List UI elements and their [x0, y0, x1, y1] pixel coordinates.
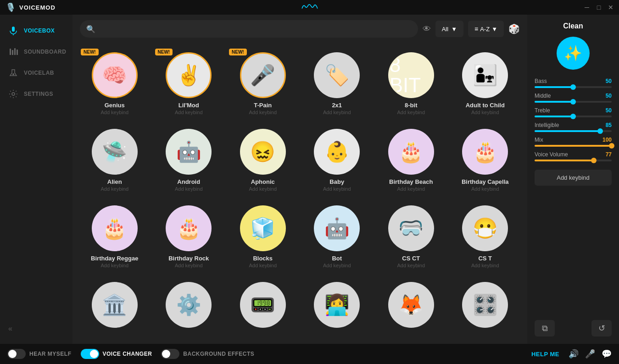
voice-name: Birthday Beach [389, 178, 433, 185]
voice-keybind: Add keybind [397, 110, 425, 115]
slider-label-voice-volume: Voice Volume [535, 151, 568, 158]
close-button[interactable]: ✕ [608, 5, 613, 10]
voice-name: 2x1 [332, 102, 342, 109]
sidebar-voicebox-label: VOICEBOX [24, 28, 55, 34]
voice-card-bot[interactable]: 🤖 Bot Add keybind [302, 201, 372, 273]
sidebar-item-voicebox[interactable]: VOICEBOX [0, 20, 72, 41]
voice-card-blocks[interactable]: 🧊 Blocks Add keybind [228, 201, 298, 273]
voice-card-r1[interactable]: 🏛️ [80, 277, 150, 332]
voice-card-baby[interactable]: 👶 Baby Add keybind [302, 124, 372, 196]
voice-keybind: Add keybind [471, 110, 499, 115]
copy-icon: ⧉ [542, 324, 548, 333]
voice-card-tpain[interactable]: NEW! 🎤 T-Pain Add keybind [228, 48, 298, 120]
voice-card-birthday-reggae[interactable]: 🎂 Birthday Reggae Add keybind [80, 201, 150, 273]
svg-point-7 [12, 93, 15, 95]
search-input[interactable] [99, 25, 412, 33]
reset-button[interactable]: ↺ [591, 320, 612, 336]
search-input-wrap[interactable]: 🔍 [80, 20, 418, 38]
new-badge: NEW! [155, 49, 173, 55]
sort-az-button[interactable]: ≡ A-Z ▼ [468, 21, 504, 37]
voice-card-8bit[interactable]: 8 BIT 8-bit Add keybind [376, 48, 446, 120]
svg-point-6 [12, 73, 14, 75]
svg-rect-0 [12, 27, 15, 32]
voice-name: Bot [332, 255, 342, 262]
slider-label-intelligible: Intelligible [535, 122, 559, 128]
slider-fill-mix [535, 145, 612, 147]
new-badge: NEW! [229, 49, 247, 55]
bottom-icons: 🔊 🎤 💬 [569, 349, 612, 359]
voice-card-aphonic[interactable]: 😖 Aphonic Add keybind [228, 124, 298, 196]
visibility-toggle-icon[interactable]: 👁 [423, 24, 431, 34]
voice-keybind: Add keybind [471, 186, 499, 192]
voice-card-birthday-capella[interactable]: 🎂 Birthday Capella Add keybind [451, 124, 520, 196]
slider-bass: Bass 50 [535, 78, 612, 88]
voice-card-r5[interactable]: 🦊 [376, 277, 446, 332]
filter-settings-icon[interactable]: 🎲 [508, 23, 520, 34]
hear-myself-toggle[interactable] [7, 349, 26, 359]
copy-button[interactable]: ⧉ [535, 320, 555, 336]
voice-card-2x1[interactable]: 🏷️ 2x1 Add keybind [302, 48, 372, 120]
volume-icon[interactable]: 🔊 [569, 349, 579, 359]
add-keybind-button[interactable]: Add keybind [535, 170, 612, 186]
voice-card-cst[interactable]: 😷 CS T Add keybind [451, 201, 520, 273]
maximize-button[interactable]: □ [596, 5, 602, 10]
slider-track-bass [535, 86, 612, 88]
voice-keybind: Add keybind [100, 186, 128, 192]
mic-icon [8, 26, 18, 36]
voice-card-alien[interactable]: 🛸 Alien Add keybind [80, 124, 150, 196]
slider-val-bass: 50 [606, 78, 612, 84]
sidebar: VOICEBOX SOUNDBOARD VOICELAB [0, 15, 72, 344]
sidebar-soundboard-label: SOUNDBOARD [24, 49, 66, 55]
voice-card-birthday-beach[interactable]: 🎂 Birthday Beach Add keybind [376, 124, 446, 196]
voice-circle: 🧠 [92, 52, 138, 98]
voice-card-r4[interactable]: 👩‍💻 [302, 277, 372, 332]
sidebar-item-soundboard[interactable]: SOUNDBOARD [0, 41, 72, 62]
voice-card-android[interactable]: 🤖 Android Add keybind [154, 124, 224, 196]
voice-name: T-Pain [254, 102, 272, 109]
voice-changer-toggle[interactable] [81, 349, 99, 359]
voice-changer-toggle-wrap: VOICE CHANGER [81, 349, 152, 359]
voice-keybind: Add keybind [249, 263, 277, 268]
voice-card-genius[interactable]: NEW! 🧠 Genius Add keybind [80, 48, 150, 120]
voice-keybind: Add keybind [323, 110, 351, 115]
slider-val-mix: 100 [602, 137, 612, 143]
chat-icon[interactable]: 💬 [602, 349, 612, 359]
voice-card-lilmod[interactable]: NEW! ✌️ Lil'Mod Add keybind [154, 48, 224, 120]
voice-name: Birthday Capella [462, 178, 509, 185]
voice-card-adult-to-child[interactable]: 👨‍👧 Adult to Child Add keybind [451, 48, 520, 120]
svg-rect-2 [10, 49, 11, 55]
voice-name: Birthday Rock [168, 255, 209, 262]
voice-circle: 🎛️ [462, 282, 508, 328]
background-effects-knob [162, 350, 170, 358]
content-area: 🔍 👁 All ▼ ≡ A-Z ▼ 🎲 NEW! 🧠 Genius Add ke… [72, 15, 527, 344]
voice-card-r2[interactable]: ⚙️ [154, 277, 224, 332]
voice-card-r6[interactable]: 🎛️ [451, 277, 520, 332]
slider-fill-intelligible [535, 130, 600, 132]
slider-fill-treble [535, 116, 573, 117]
voice-circle: 🏛️ [92, 282, 138, 328]
voice-circle: 8 BIT [388, 52, 434, 98]
slider-thumb-voice-volume [591, 158, 597, 163]
help-button[interactable]: HELP ME [531, 351, 559, 358]
voice-card-r3[interactable]: 📟 [228, 277, 298, 332]
filter-all-label: All [442, 26, 448, 33]
panel-title: Clean [535, 22, 612, 30]
voice-card-csct[interactable]: 🥽 CS CT Add keybind [376, 201, 446, 273]
sidebar-voicelab-label: VOICELAB [24, 70, 54, 76]
voice-circle: 🎂 [166, 205, 212, 251]
slider-thumb-intelligible [597, 128, 603, 134]
slider-mix: Mix 100 [535, 137, 612, 147]
filter-all-button[interactable]: All ▼ [435, 21, 463, 37]
background-effects-toggle[interactable] [161, 349, 179, 359]
minimize-button[interactable]: ─ [584, 5, 590, 10]
sidebar-collapse-button[interactable]: « [0, 319, 72, 338]
slider-label-bass: Bass [535, 78, 547, 84]
sidebar-item-voicelab[interactable]: VOICELAB [0, 62, 72, 83]
voice-card-birthday-rock[interactable]: 🎂 Birthday Rock Add keybind [154, 201, 224, 273]
voice-circle: 🤖 [314, 205, 360, 251]
sidebar-item-settings[interactable]: SETTINGS [0, 83, 72, 105]
slider-fill-voice-volume [535, 160, 594, 161]
voice-circle: ✌️ [166, 52, 212, 98]
slider-voice-volume: Voice Volume 77 [535, 151, 612, 161]
microphone-bottom-icon[interactable]: 🎤 [585, 349, 595, 359]
